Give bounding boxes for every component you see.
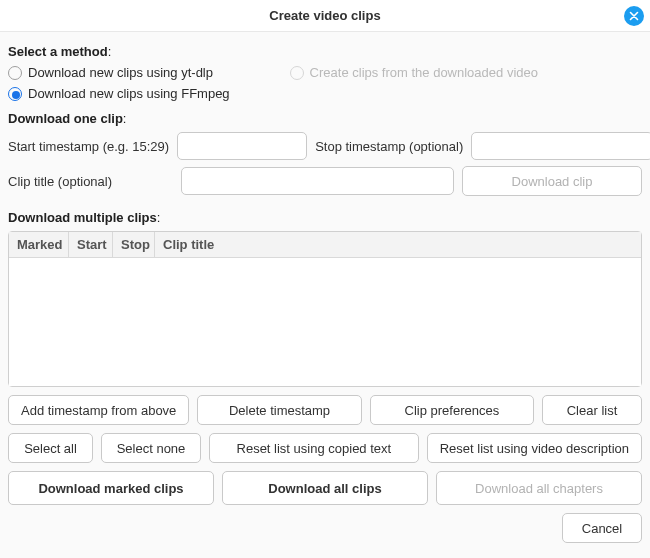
section-download-multiple: Download multiple clips:: [8, 210, 642, 225]
download-all-button[interactable]: Download all clips: [222, 471, 428, 505]
add-timestamp-button[interactable]: Add timestamp from above: [8, 395, 189, 425]
clear-list-button[interactable]: Clear list: [542, 395, 642, 425]
start-timestamp-input[interactable]: [177, 132, 307, 160]
select-all-button[interactable]: Select all: [8, 433, 93, 463]
clip-title-label: Clip title (optional): [8, 174, 173, 189]
col-stop[interactable]: Stop: [113, 232, 155, 257]
select-none-button[interactable]: Select none: [101, 433, 201, 463]
col-marked[interactable]: Marked: [9, 232, 69, 257]
section-download-one: Download one clip:: [8, 111, 642, 126]
radio-icon: [8, 87, 22, 101]
close-icon: [629, 11, 639, 21]
stop-timestamp-input[interactable]: [471, 132, 650, 160]
clip-preferences-button[interactable]: Clip preferences: [370, 395, 534, 425]
cancel-button[interactable]: Cancel: [562, 513, 642, 543]
close-button[interactable]: [624, 6, 644, 26]
stop-timestamp-label: Stop timestamp (optional): [315, 139, 463, 154]
clips-table: Marked Start Stop Clip title: [8, 231, 642, 387]
delete-timestamp-button[interactable]: Delete timestamp: [197, 395, 361, 425]
dialog-content: Select a method: Download new clips usin…: [0, 32, 650, 553]
start-timestamp-label: Start timestamp (e.g. 15:29): [8, 139, 169, 154]
table-header-row: Marked Start Stop Clip title: [9, 232, 641, 258]
reset-copied-button[interactable]: Reset list using copied text: [209, 433, 419, 463]
method-radio-group: Download new clips using yt-dlp Download…: [8, 65, 642, 101]
download-marked-button[interactable]: Download marked clips: [8, 471, 214, 505]
radio-icon: [8, 66, 22, 80]
clip-title-input[interactable]: [181, 167, 454, 195]
titlebar: Create video clips: [0, 0, 650, 32]
col-start[interactable]: Start: [69, 232, 113, 257]
table-body[interactable]: [9, 258, 641, 386]
radio-ffmpeg[interactable]: Download new clips using FFmpeg: [8, 86, 230, 101]
timestamp-row: Start timestamp (e.g. 15:29) Stop timest…: [8, 132, 642, 160]
radio-ytdlp[interactable]: Download new clips using yt-dlp: [8, 65, 230, 80]
toolbar-row-1: Add timestamp from above Delete timestam…: [8, 395, 642, 425]
col-clip-title[interactable]: Clip title: [155, 232, 641, 257]
download-clip-button[interactable]: Download clip: [462, 166, 642, 196]
clip-title-row: Clip title (optional) Download clip: [8, 166, 642, 196]
section-select-method: Select a method:: [8, 44, 642, 59]
dialog-footer: Cancel: [8, 513, 642, 543]
radio-from-downloaded: Create clips from the downloaded video: [290, 65, 538, 80]
reset-description-button[interactable]: Reset list using video description: [427, 433, 642, 463]
toolbar-row-2: Select all Select none Reset list using …: [8, 433, 642, 463]
toolbar-row-3: Download marked clips Download all clips…: [8, 471, 642, 505]
window-title: Create video clips: [269, 8, 380, 23]
download-chapters-button[interactable]: Download all chapters: [436, 471, 642, 505]
radio-icon: [290, 66, 304, 80]
